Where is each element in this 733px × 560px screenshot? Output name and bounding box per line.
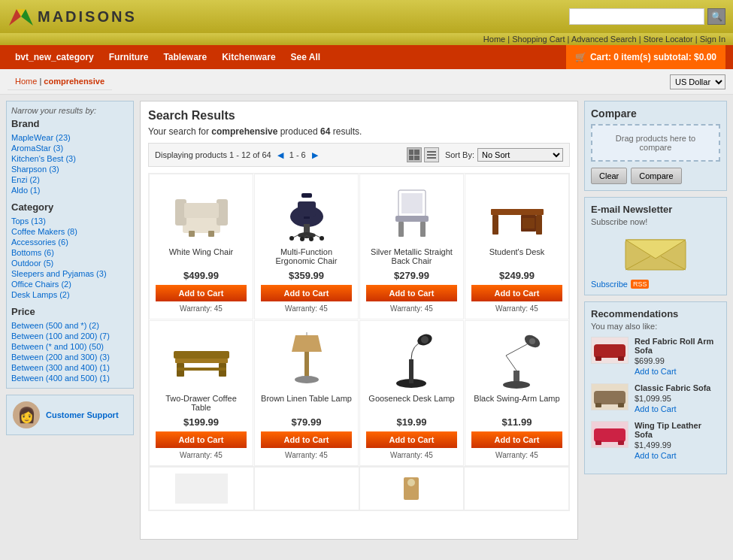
category-title: Category: [11, 201, 129, 213]
list-item[interactable]: Outdoor (5): [11, 258, 129, 268]
nav-cart[interactable]: Shopping Cart: [512, 35, 565, 44]
currency-select[interactable]: US Dollar Euro GBP: [670, 74, 725, 89]
nav-see-all[interactable]: See All: [283, 46, 329, 68]
list-item[interactable]: MapleWear (23): [11, 132, 129, 143]
product-name: Silver Metallic Straight Back Chair: [366, 247, 457, 267]
product-placeholder: [254, 467, 359, 510]
warranty-text: Warranty: 45: [495, 451, 538, 459]
sidebar-item-office[interactable]: Office Chairs (2): [11, 279, 129, 289]
svg-marker-38: [292, 335, 322, 352]
customer-support-link[interactable]: Customer Support: [46, 410, 119, 419]
next-page[interactable]: ▶: [312, 150, 318, 160]
list-item[interactable]: Between (400 and 500) (1): [11, 373, 129, 383]
sort-select[interactable]: No Sort Price: Low to High Price: High t…: [477, 148, 563, 162]
svg-rect-26: [398, 222, 404, 237]
add-to-cart-button[interactable]: Add to Cart: [261, 431, 352, 448]
product-price: $79.99: [292, 416, 322, 428]
logo-text: MADISONS: [38, 8, 137, 26]
right-sidebar: Compare Drag products here to compare Cl…: [584, 101, 727, 540]
grid-view-icon[interactable]: [407, 147, 422, 162]
list-item[interactable]: Sleepers and Pyjamas (3): [11, 268, 129, 279]
rec-name: Red Fabric Roll Arm Sofa: [635, 337, 720, 355]
list-item[interactable]: Between (* and 100) (50): [11, 341, 129, 352]
nav-kitchenware[interactable]: Kitchenware: [214, 46, 283, 68]
list-item[interactable]: Between (200 and 300) (3): [11, 352, 129, 362]
rec-add-link[interactable]: Add to Cart: [635, 404, 677, 413]
list-item[interactable]: Between (300 and 400) (1): [11, 362, 129, 373]
add-to-cart-button[interactable]: Add to Cart: [471, 431, 562, 448]
add-to-cart-button[interactable]: Add to Cart: [471, 285, 562, 301]
breadcrumb-home[interactable]: Home: [15, 77, 37, 86]
product-name: Multi-Function Ergonomic Chair: [261, 247, 352, 267]
list-item[interactable]: Desk Lamps (2): [11, 289, 129, 300]
product-image: [265, 327, 348, 391]
add-to-cart-button[interactable]: Add to Cart: [261, 285, 352, 301]
prev-page[interactable]: ◀: [277, 150, 283, 160]
product-name: Black Swing-Arm Lamp: [474, 394, 559, 413]
product-name: Gooseneck Desk Lamp: [368, 394, 454, 413]
nav-bvt-new-category[interactable]: bvt_new_category: [8, 46, 101, 68]
list-item[interactable]: AromaStar (3): [11, 143, 129, 153]
brand-list: MapleWear (23) AromaStar (3) Kitchen's B…: [11, 132, 129, 195]
svg-rect-7: [189, 231, 195, 237]
clear-button[interactable]: Clear: [591, 168, 627, 184]
add-to-cart-button[interactable]: Add to Cart: [366, 285, 457, 301]
list-item[interactable]: Sharpson (3): [11, 164, 129, 174]
list-view-icon[interactable]: [424, 147, 439, 162]
compare-title: Compare: [591, 107, 720, 120]
list-item[interactable]: Enzi (2): [11, 174, 129, 185]
list-item[interactable]: Between (100 and 200) (7): [11, 331, 129, 341]
product-price: $249.99: [499, 270, 535, 281]
svg-rect-61: [594, 391, 625, 404]
cart-info[interactable]: 🛒 Cart: 0 item(s) subtotal: $0.00: [566, 45, 725, 69]
svg-point-20: [300, 237, 304, 241]
narrow-title: Narrow your results by:: [11, 106, 129, 115]
currency-selector-area: US Dollar Euro GBP: [670, 74, 725, 89]
cart-label: Cart: 0 item(s) subtotal: $0.00: [590, 52, 716, 62]
nav-sign-in[interactable]: Sign In: [700, 35, 725, 44]
sidebar: Narrow your results by: Brand MapleWear …: [6, 101, 134, 540]
search-summary: Your search for comprehensive produced 6…: [148, 126, 570, 137]
subscribe-link[interactable]: Subscribe RSS: [591, 280, 720, 289]
add-to-cart-button[interactable]: Add to Cart: [156, 285, 247, 301]
list-item[interactable]: Aldo (1): [11, 185, 129, 195]
list-item[interactable]: Tops (13): [11, 216, 129, 226]
rec-add-link[interactable]: Add to Cart: [635, 451, 677, 460]
search-input[interactable]: [569, 8, 704, 25]
product-price: $499.99: [183, 270, 219, 281]
svg-point-40: [295, 376, 319, 383]
result-count: 64: [320, 126, 330, 137]
customer-support-section: 👩 Customer Support: [6, 395, 134, 435]
list-item[interactable]: Between (500 and *) (2): [11, 320, 129, 331]
nav-home[interactable]: Home: [483, 35, 505, 44]
list-item[interactable]: Kitchen's Best (3): [11, 153, 129, 164]
list-item[interactable]: Coffee Makers (8): [11, 226, 129, 237]
product-price: $19.99: [397, 416, 427, 428]
price-section: Price Between (500 and *) (2) Between (1…: [11, 306, 129, 383]
rec-add-link[interactable]: Add to Cart: [635, 367, 677, 376]
svg-rect-29: [492, 215, 498, 235]
compare-button[interactable]: Compare: [631, 168, 681, 184]
warranty-text: Warranty: 45: [285, 304, 328, 313]
nav-tableware[interactable]: Tableware: [156, 46, 214, 68]
svg-rect-39: [304, 352, 309, 378]
rec-price: $1,099.95: [635, 394, 711, 403]
nav-advanced-search[interactable]: Advanced Search: [571, 35, 637, 44]
svg-rect-37: [177, 368, 226, 371]
svg-rect-60: [618, 356, 624, 361]
top-header: MADISONS 🔍: [0, 0, 733, 33]
nav-store-locator[interactable]: Store Locator: [644, 35, 693, 44]
list-item[interactable]: Accessories (6): [11, 237, 129, 247]
product-cell: Gooseneck Desk Lamp $19.99 Add to Cart W…: [359, 320, 464, 466]
svg-rect-65: [595, 440, 601, 445]
nav-furniture[interactable]: Furniture: [101, 46, 156, 68]
list-item[interactable]: Bottoms (6): [11, 247, 129, 258]
product-price: $279.99: [394, 270, 429, 281]
svg-rect-66: [618, 440, 624, 445]
svg-rect-34: [175, 359, 228, 363]
add-to-cart-button[interactable]: Add to Cart: [366, 431, 457, 448]
product-cell: Two-Drawer Coffee Table $199.99 Add to C…: [149, 320, 253, 466]
add-to-cart-button[interactable]: Add to Cart: [156, 431, 247, 448]
search-button[interactable]: 🔍: [707, 8, 725, 25]
compare-box: Compare Drag products here to compare Cl…: [584, 101, 727, 191]
